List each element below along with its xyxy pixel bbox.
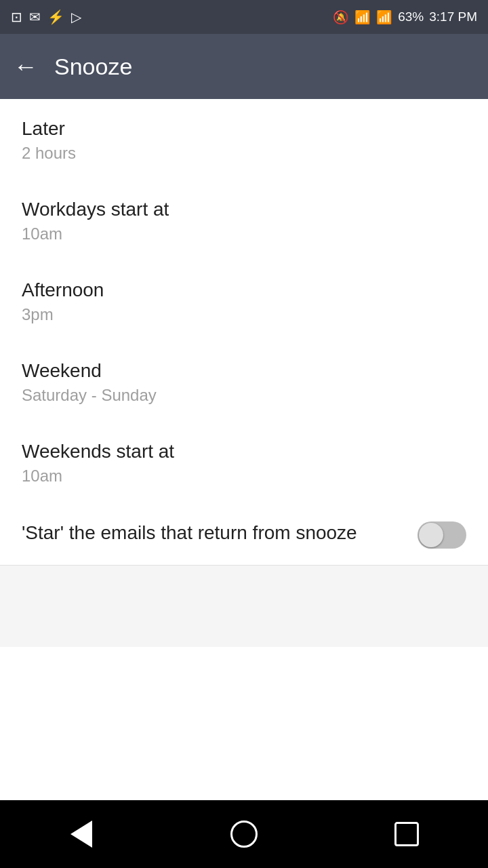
setting-later[interactable]: Later 2 hours xyxy=(0,99,488,180)
setting-later-label: Later xyxy=(22,118,466,140)
nav-recent-button[interactable] xyxy=(386,814,427,854)
setting-weekends-start-value: 10am xyxy=(22,467,466,486)
setting-weekend-label: Weekend xyxy=(22,360,466,382)
wifi-icon: 📶 xyxy=(354,9,371,25)
nav-back-icon xyxy=(70,821,92,848)
setting-later-value: 2 hours xyxy=(22,144,466,163)
status-bar-system: 🔕 📶 📶 63% 3:17 PM xyxy=(333,9,477,25)
setting-afternoon-value: 3pm xyxy=(22,305,466,324)
email-icon: ✉ xyxy=(29,9,41,25)
setting-weekends-start[interactable]: Weekends start at 10am xyxy=(0,422,488,502)
mute-icon: 🔕 xyxy=(333,9,349,25)
setting-afternoon[interactable]: Afternoon 3pm xyxy=(0,260,488,341)
setting-weekends-start-label: Weekends start at xyxy=(22,441,466,462)
setting-workdays-start[interactable]: Workdays start at 10am xyxy=(0,180,488,260)
content-spacer xyxy=(0,566,488,647)
battery-percent: 63% xyxy=(398,9,424,24)
setting-afternoon-label: Afternoon xyxy=(22,279,466,301)
setting-weekend-value: Saturday - Sunday xyxy=(22,386,466,405)
settings-content: Later 2 hours Workdays start at 10am Aft… xyxy=(0,99,488,800)
nav-back-button[interactable] xyxy=(61,814,102,854)
setting-star-toggle[interactable]: 'Star' the emails that return from snooz… xyxy=(0,502,488,565)
star-toggle-switch[interactable] xyxy=(418,521,466,549)
setting-workdays-start-value: 10am xyxy=(22,224,466,243)
signal-icon: 📶 xyxy=(376,9,392,25)
status-bar: ⊡ ✉ ⚡ ▷ 🔕 📶 📶 63% 3:17 PM xyxy=(0,0,488,34)
setting-star-label-area: 'Star' the emails that return from snooz… xyxy=(22,522,418,548)
setting-workdays-start-label: Workdays start at xyxy=(22,199,466,220)
nav-home-icon xyxy=(230,821,258,848)
setting-star-label: 'Star' the emails that return from snooz… xyxy=(22,522,404,544)
usb-icon: ⚡ xyxy=(47,9,64,25)
back-button[interactable]: ← xyxy=(14,52,38,81)
status-bar-icons: ⊡ ✉ ⚡ ▷ xyxy=(11,9,81,25)
cast-icon: ▷ xyxy=(71,9,81,25)
page-title: Snooze xyxy=(54,54,132,80)
photo-icon: ⊡ xyxy=(11,9,22,25)
setting-weekend[interactable]: Weekend Saturday - Sunday xyxy=(0,341,488,422)
nav-bar xyxy=(0,800,488,868)
app-bar: ← Snooze xyxy=(0,34,488,99)
clock: 3:17 PM xyxy=(429,9,477,24)
nav-home-button[interactable] xyxy=(224,814,264,854)
nav-recent-icon xyxy=(394,822,419,846)
